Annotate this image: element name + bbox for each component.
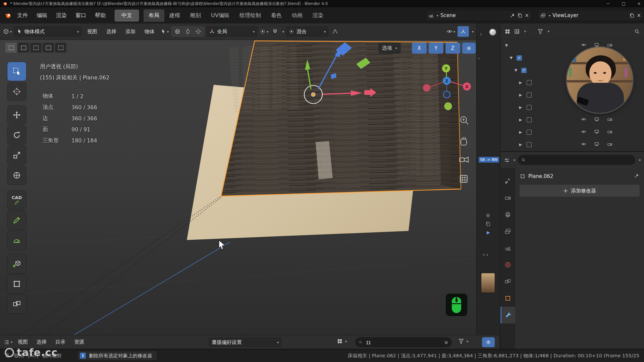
expand-arrow[interactable]: ▶ [517, 130, 524, 134]
snap-options-chevron[interactable]: ▾ [282, 30, 284, 34]
chevron-down-icon[interactable]: ▾ [639, 158, 641, 162]
tool-mesh-fill[interactable] [7, 275, 26, 293]
add-modifier-button[interactable]: + 添加修改器 [520, 185, 640, 197]
tab-object[interactable] [500, 290, 515, 307]
tool-annotate[interactable] [7, 211, 26, 230]
language-button[interactable]: 中文 [115, 10, 139, 21]
render-visibility-icon[interactable] [607, 117, 612, 123]
tab-collection[interactable] [500, 273, 515, 290]
menu-add[interactable]: 添加 [122, 26, 139, 37]
menu-window[interactable]: 窗口 [71, 10, 91, 21]
checkbox[interactable]: ✓ [517, 55, 522, 61]
workspace-tab-layout[interactable]: 布局 [144, 9, 164, 22]
tool-scale[interactable] [7, 146, 26, 165]
selected-wood-plane[interactable] [221, 41, 461, 196]
properties-search-input[interactable] [528, 157, 632, 163]
tab-world[interactable] [500, 256, 515, 273]
tool-add-cube[interactable] [7, 254, 26, 273]
play-icon[interactable]: ▶ [487, 230, 490, 235]
pin-icon[interactable] [634, 173, 639, 180]
globe-icon[interactable] [173, 27, 182, 36]
orbit-lock-icon[interactable] [194, 27, 203, 36]
expand-arrow[interactable]: ▼ [513, 68, 519, 72]
filter-icon[interactable]: ▾ [458, 338, 468, 344]
workspace-tab-uv[interactable]: UV编辑 [206, 9, 234, 22]
workspace-tab-sculpt[interactable]: 雕刻 [185, 9, 206, 22]
menu-asset[interactable]: 资源 [70, 337, 88, 347]
select-mode-extend[interactable] [18, 43, 29, 53]
unlink-scene-icon[interactable]: × [525, 12, 529, 18]
menu-edit[interactable]: 编辑 [32, 10, 52, 21]
options-dropdown[interactable]: 选项▾ [378, 43, 401, 54]
tool-settings-icon[interactable]: ▾ [160, 27, 169, 36]
collapse-region-icon[interactable]: ‹ [478, 56, 480, 61]
select-mode-subtract[interactable] [30, 43, 42, 53]
tool-measure[interactable] [7, 231, 26, 250]
display-mode-icon[interactable] [514, 28, 520, 35]
menu-object[interactable]: 物体 [141, 26, 158, 37]
menu-view[interactable]: 视图 [84, 26, 101, 37]
expand-arrow[interactable]: ▶ [517, 105, 524, 110]
minimize-button[interactable]: ─ [600, 0, 616, 7]
menu-help[interactable]: 帮助 [91, 10, 110, 21]
tool-cursor[interactable] [7, 82, 26, 101]
overlays-eye-icon[interactable]: ▾ [446, 27, 455, 36]
expand-arrow[interactable]: ▼ [503, 43, 510, 48]
viewport-visibility-icon[interactable] [594, 117, 599, 123]
checkbox[interactable]: ✓ [521, 68, 527, 73]
workspace-tab-shading[interactable]: 着色 [266, 9, 287, 22]
new-scene-icon[interactable] [517, 13, 523, 18]
tab-output[interactable] [500, 206, 515, 223]
chevron-down-icon[interactable]: ▾ [514, 158, 515, 162]
mode-dropdown[interactable]: 物体模式 ▾ [14, 26, 82, 37]
chevron-down-icon[interactable]: ▾ [437, 14, 438, 17]
tab-tool[interactable] [500, 173, 515, 189]
eye-icon[interactable] [581, 129, 586, 135]
expand-arrow[interactable]: ▶ [517, 118, 524, 122]
display-mode-icon[interactable]: ▾ [3, 338, 13, 347]
scene-selector[interactable]: ▾ Scene × [425, 10, 532, 21]
workspace-tab-modeling[interactable]: 建模 [164, 9, 185, 22]
collection-display-icon[interactable] [504, 28, 511, 35]
menu-catalog[interactable]: 目录 [52, 337, 69, 347]
eye-icon[interactable] [581, 117, 586, 123]
workspace-tab-texture[interactable]: 纹理绘制 [234, 9, 266, 22]
outliner-row[interactable]: ▶ [500, 138, 644, 151]
proportional-falloff-dropdown[interactable]: 混合 ▾ [286, 26, 329, 37]
gizmos-chevron[interactable]: ▾ [472, 30, 474, 34]
blender-menu-icon[interactable] [3, 11, 13, 20]
thumbnail-size-icon[interactable]: ▾ [337, 338, 347, 344]
expand-arrow[interactable]: ▶ [517, 142, 524, 147]
maximize-button[interactable]: □ [616, 0, 631, 7]
outliner-row[interactable]: ▶ [500, 114, 644, 126]
render-visibility-icon[interactable] [607, 42, 612, 49]
expand-arrow[interactable]: ▶ [517, 93, 524, 97]
tool-gear-icon[interactable] [485, 213, 491, 220]
image-thumbnail[interactable] [481, 273, 495, 293]
eye-icon[interactable] [581, 42, 586, 49]
tool-extra[interactable] [7, 295, 26, 313]
report-message[interactable]: i 删除所有选定对象上的修改器 [78, 351, 157, 360]
scene-canvas[interactable]: Y Z X [0, 40, 476, 335]
viewport-visibility-icon[interactable] [594, 129, 599, 135]
expand-arrow[interactable]: ▶ [517, 80, 524, 85]
axis-y-button[interactable]: Y [429, 43, 443, 54]
expand-region-icon[interactable]: › [480, 31, 482, 37]
scene-name[interactable]: Scene [440, 12, 508, 18]
remove-viewlayer-icon[interactable]: × [637, 12, 641, 18]
render-visibility-icon[interactable] [607, 141, 612, 148]
menu-select-bottom[interactable]: 选择 [33, 337, 50, 347]
orbit-snap-icon[interactable] [183, 27, 193, 36]
filter-icon[interactable] [537, 28, 543, 35]
axis-z-button[interactable]: Z [445, 43, 460, 54]
chevron-down-icon[interactable]: ▾ [524, 29, 526, 33]
asset-search-input[interactable] [365, 339, 441, 346]
falloff-curve-icon[interactable] [330, 27, 340, 36]
chevron-down-icon[interactable]: ▾ [549, 14, 550, 17]
new-viewlayer-icon[interactable] [629, 13, 635, 18]
editor-type-icon[interactable]: ▾ [3, 27, 12, 36]
axis-x-button[interactable]: X [412, 43, 427, 54]
select-mode-set[interactable] [5, 43, 17, 53]
pan-hand-icon[interactable] [461, 137, 467, 145]
menu-render[interactable]: 渲染 [52, 10, 71, 21]
